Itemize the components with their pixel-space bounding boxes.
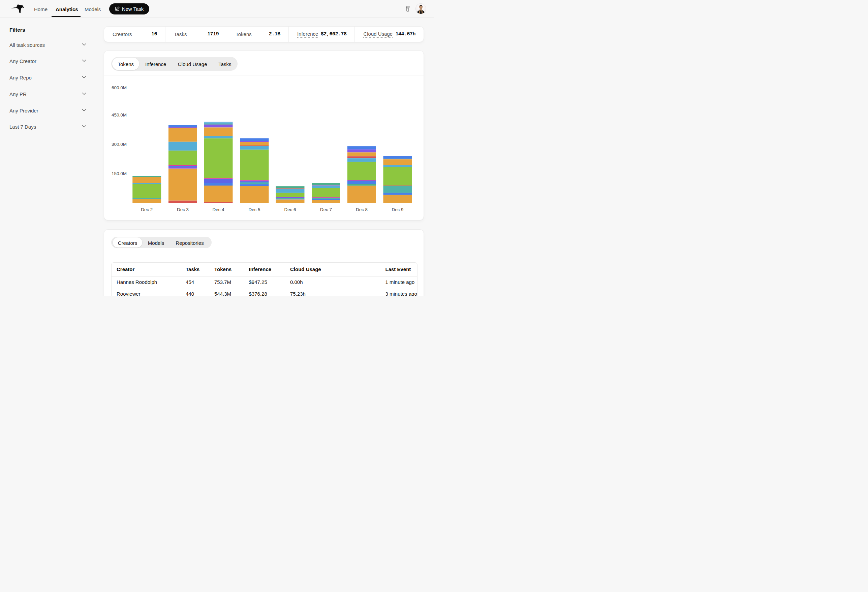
svg-text:Dec 8: Dec 8 — [356, 207, 368, 212]
svg-text:Dec 9: Dec 9 — [392, 207, 404, 212]
svg-text:300.0M: 300.0M — [112, 141, 127, 146]
svg-text:Dec 2: Dec 2 — [141, 207, 153, 212]
svg-text:150.0M: 150.0M — [112, 171, 127, 176]
svg-text:Dec 4: Dec 4 — [213, 207, 225, 212]
svg-text:600.0M: 600.0M — [112, 85, 127, 90]
svg-text:450.0M: 450.0M — [112, 112, 127, 117]
svg-text:Dec 6: Dec 6 — [284, 207, 296, 212]
svg-text:Dec 3: Dec 3 — [177, 207, 189, 212]
svg-text:Dec 5: Dec 5 — [249, 207, 260, 212]
svg-text:Dec 7: Dec 7 — [320, 207, 332, 212]
